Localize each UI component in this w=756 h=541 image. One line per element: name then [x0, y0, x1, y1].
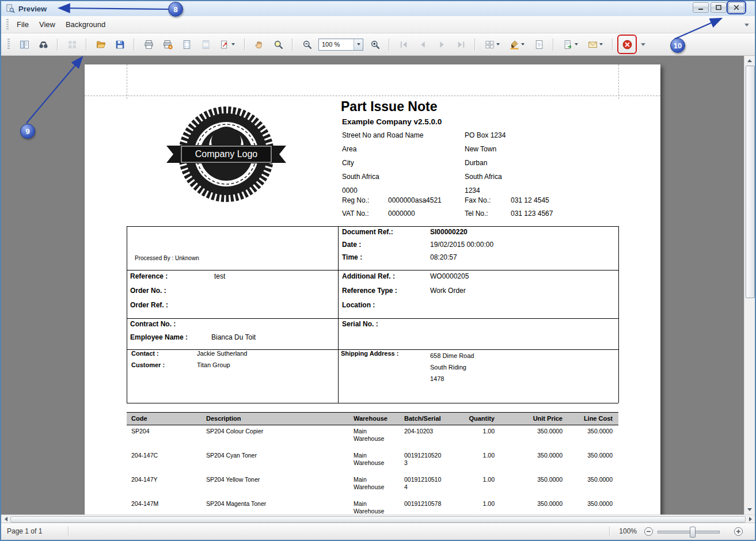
close-button[interactable] [728, 2, 744, 13]
zoom-out-status-button[interactable] [644, 527, 654, 538]
first-page-icon [399, 40, 409, 49]
separator [389, 39, 390, 51]
next-page-icon [437, 40, 447, 49]
employee-name-value: Bianca Du Toit [211, 333, 256, 341]
company-name: Example Company v2.5.0.0 [342, 117, 442, 126]
address-right: PO Box 1234New TownDurbanSouth Africa123… [465, 128, 506, 197]
vertical-scrollbar[interactable] [744, 56, 755, 515]
date-label: Date : [342, 241, 361, 249]
page-setup-button[interactable] [179, 37, 194, 52]
zoom-slider-track[interactable] [658, 531, 720, 534]
horizontal-scrollbar[interactable] [1, 515, 755, 523]
table-cell: 350.0000 [516, 476, 563, 483]
watermark-icon: A [534, 40, 544, 49]
margin-line-top [85, 96, 660, 96]
page-color-button[interactable] [507, 37, 527, 52]
last-page-button[interactable] [453, 37, 468, 52]
scale-button[interactable] [217, 37, 238, 52]
table-cell: 1.00 [454, 476, 495, 483]
maximize-icon [715, 5, 722, 10]
page-indicator: Page 1 of 1 [7, 527, 42, 535]
text-line: Area [342, 142, 423, 156]
next-page-button[interactable] [434, 37, 449, 52]
separator [292, 39, 293, 51]
document-map-button[interactable] [17, 37, 32, 52]
menu-view[interactable]: View [34, 18, 60, 31]
fax-value: 031 12 4545 [511, 196, 549, 204]
minimize-button[interactable] [693, 2, 709, 13]
location-label: Location : [342, 301, 375, 309]
email-button[interactable] [585, 37, 606, 52]
previous-page-icon [418, 40, 428, 49]
text-line: South Africa [342, 170, 423, 184]
separator [612, 39, 613, 51]
table-cell: SP204 [131, 428, 150, 435]
arrow-up-icon [747, 59, 752, 62]
order-no-label: Order No. : [130, 287, 166, 295]
magnifier-button[interactable] [271, 37, 286, 52]
scroll-down-button[interactable] [744, 505, 755, 515]
menu-background[interactable]: Background [60, 18, 111, 31]
reference-label: Reference : [130, 272, 168, 280]
menubar-grip[interactable] [6, 19, 9, 31]
margin-line-left [127, 64, 127, 99]
watermark-button[interactable]: A [531, 37, 546, 52]
scroll-left-button[interactable] [1, 515, 10, 523]
zoom-in-status-button[interactable] [734, 527, 743, 538]
hand-tool-icon [254, 40, 264, 49]
company-logo: Company Logo [163, 102, 290, 206]
print-button[interactable] [141, 37, 156, 52]
reference-type-value: Work Order [430, 287, 466, 295]
vertical-scroll-thumb[interactable] [746, 66, 755, 298]
contact-value: Jackie Sutherland [197, 350, 247, 357]
multiple-pages-button[interactable] [482, 37, 503, 52]
separator [86, 39, 87, 51]
scroll-right-button[interactable] [746, 515, 755, 523]
text-line: South Africa [465, 170, 506, 184]
minimize-icon [697, 5, 704, 10]
titlebar[interactable]: Preview [1, 1, 755, 16]
menubar-overflow-icon[interactable] [744, 24, 749, 26]
margin-line-right [618, 64, 619, 99]
zoom-combo[interactable]: 100 % [318, 39, 363, 51]
horizontal-scroll-thumb[interactable] [10, 516, 746, 523]
preview-window: Preview File View Background [0, 0, 756, 541]
maximize-button[interactable] [711, 2, 727, 13]
close-preview-button[interactable] [620, 37, 635, 52]
open-button[interactable] [93, 37, 108, 52]
column-header: Warehouse [354, 415, 388, 422]
column-header: Line Cost [567, 415, 613, 422]
reference-value: test [214, 272, 225, 280]
table-cell: 1.00 [454, 452, 495, 459]
window-controls [693, 2, 744, 13]
table-cell: 350.0000 [567, 476, 613, 483]
search-button[interactable] [36, 37, 51, 52]
table-cell: 350.0000 [567, 428, 613, 435]
export-button[interactable] [560, 37, 581, 52]
search-icon [39, 40, 48, 49]
table-row: 204-147MSP204 Magenta TonerMain Warehous… [127, 498, 618, 515]
thumbnails-button[interactable] [64, 37, 79, 52]
vat-no-value: 0000000 [388, 209, 415, 218]
menu-file[interactable]: File [12, 18, 34, 31]
hand-tool-button[interactable] [252, 37, 267, 52]
previous-page-button[interactable] [415, 37, 430, 52]
text-line: Durban [465, 156, 506, 170]
zoom-combo-arrow[interactable] [354, 39, 363, 50]
zoom-slider-thumb[interactable] [690, 527, 696, 538]
reference-type-label: Reference Type : [342, 287, 397, 295]
header-footer-button[interactable] [198, 37, 213, 52]
save-button[interactable] [112, 37, 127, 52]
contract-no-label: Contract No. : [130, 320, 176, 328]
save-icon [115, 40, 125, 49]
doc-table-body: SP204SP204 Colour CopierMain Warehouse20… [127, 425, 618, 515]
toolbar-overflow-icon[interactable] [641, 43, 645, 46]
first-page-button[interactable] [396, 37, 411, 52]
toolbar-grip[interactable] [7, 39, 10, 50]
zoom-in-button[interactable] [367, 37, 382, 52]
zoom-out-button[interactable] [299, 37, 314, 52]
table-cell: 204-10203 [404, 428, 443, 435]
scroll-up-button[interactable] [744, 56, 755, 66]
quick-print-button[interactable] [160, 37, 175, 52]
preview-area[interactable]: Company Logo Part Issue Note Example Com… [1, 56, 755, 515]
